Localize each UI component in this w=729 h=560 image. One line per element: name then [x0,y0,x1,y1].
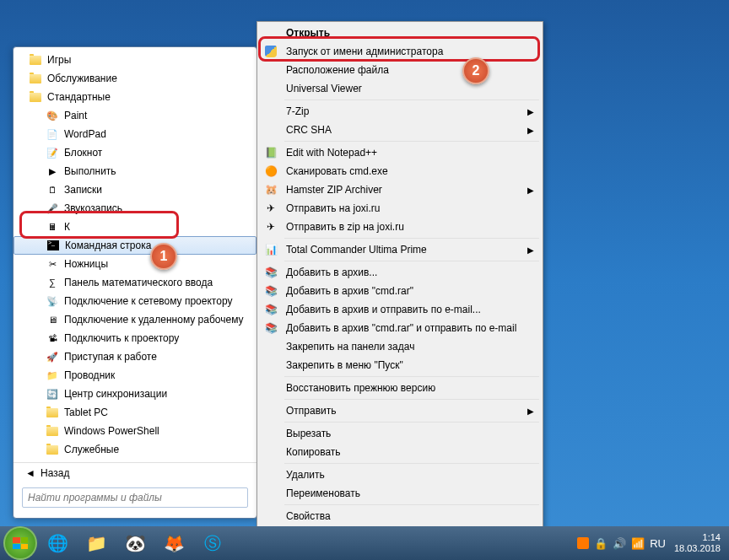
context-menu-item[interactable]: 📚Добавить в архив "cmd.rar" и отправить … [259,319,541,337]
context-menu-item[interactable]: 📚Добавить в архив... [259,263,541,282]
context-menu-item[interactable]: Копировать [259,443,541,461]
context-menu-item[interactable]: ✈Отправить в zip на joxi.ru [259,218,541,236]
context-separator [284,141,539,142]
taskbar-app-panda[interactable]: 🐼 [116,528,154,558]
context-item-label: Universal Viewer [286,83,362,94]
context-menu-item[interactable]: Переименовать [259,484,541,503]
context-menu-item[interactable]: 🟠Сканировать cmd.exe [259,162,541,180]
blank-icon [261,121,281,138]
taskbar-app-ie[interactable]: 🌐 [39,528,76,558]
context-item-label: Свойства [286,510,331,522]
folder-icon [46,424,59,438]
start-menu-item[interactable]: 📄WordPad [14,125,256,143]
start-icon: 🚀 [46,350,59,363]
context-menu-item[interactable]: Отправить▶ [259,401,541,420]
start-menu-item[interactable]: 📝Блокнот [14,143,256,162]
context-menu-item[interactable]: 📚Добавить в архив "cmd.rar" [259,282,541,300]
clock-date: 18.03.2018 [674,543,721,554]
start-menu-item[interactable]: Обслуживание [14,69,256,88]
context-item-label: Копировать [286,446,341,458]
start-menu-item[interactable]: 🎨Paint [14,106,256,125]
start-button[interactable] [3,526,37,560]
context-menu-item[interactable]: Свойства [259,507,541,525]
folder-icon [46,406,59,419]
context-menu-item[interactable]: Закрепить в меню "Пуск" [259,356,541,374]
tray-network-icon[interactable]: 📶 [631,537,645,550]
start-menu-item[interactable]: 📁Проводник [14,366,256,385]
start-menu-item[interactable]: ▶Выполнить [14,162,256,180]
blank-icon [261,80,281,97]
context-menu-item[interactable]: Удалить [259,466,541,484]
context-item-label: CRC SHA [286,124,332,136]
context-menu-item[interactable]: CRC SHA▶ [259,121,541,139]
back-label: Назад [40,467,69,479]
context-menu-item[interactable]: Расположение файла [259,61,541,79]
taskbar-clock[interactable]: 1:14 18.03.2018 [674,532,726,554]
start-menu-item[interactable]: 🔄Центр синхронизации [14,385,256,403]
clock-time: 1:14 [674,532,721,543]
start-menu-item[interactable]: 🖩К [14,218,256,236]
context-item-label: Edit with Notepad++ [286,147,377,159]
context-menu-item[interactable]: 📚Добавить в архив и отправить по e-mail.… [259,300,541,319]
taskbar-right: 🔒 🔊 📶 RU 1:14 18.03.2018 [577,532,726,554]
start-menu-item[interactable]: 🎤Звукозапись [14,199,256,218]
math-icon: ∑ [46,276,59,289]
windows-logo-icon [13,537,28,549]
start-menu-item[interactable]: ✂Ножницы [14,255,256,273]
start-menu-item[interactable]: 🗒Записки [14,180,256,199]
start-menu-item[interactable]: 📡Подключение к сетевому проектору [14,292,256,310]
start-menu-item[interactable]: Игры [14,51,256,69]
context-menu-item[interactable]: ✈Отправить на joxi.ru [259,199,541,218]
tray-shield-icon[interactable]: 🔒 [594,537,608,550]
badge-2: 2 [462,57,489,84]
blank-icon [261,508,281,525]
context-separator [284,261,539,261]
context-item-label: Добавить в архив "cmd.rar" и отправить п… [286,322,516,334]
start-menu-item[interactable]: Windows PowerShell [14,422,256,440]
taskbar-app-firefox[interactable]: 🦊 [155,528,192,558]
context-menu-item[interactable]: Закрепить на панели задач [259,337,541,356]
start-menu-item[interactable]: Служебные [14,440,256,459]
context-item-label: Сканировать cmd.exe [286,165,388,177]
context-menu-item[interactable]: Восстановить прежнюю версию [259,379,541,397]
context-menu-item[interactable]: Запуск от имени администратора [259,42,541,61]
context-item-label: Удалить [286,469,325,481]
context-menu-item[interactable]: 📗Edit with Notepad++ [259,143,541,162]
start-menu-item[interactable]: 🚀Приступая к работе [14,347,256,366]
search-input[interactable] [22,487,248,508]
taskbar-app-skype[interactable]: Ⓢ [194,528,231,558]
start-menu-item[interactable]: Стандартные [14,88,256,106]
context-item-label: Расположение файла [286,64,389,76]
context-menu-item[interactable]: Открыть [259,24,541,42]
start-menu-item[interactable]: Tablet PC [14,403,256,422]
tray-lang[interactable]: RU [650,537,666,550]
context-menu-item[interactable]: 7-Zip▶ [259,102,541,121]
blank-icon [261,402,281,419]
notepad-icon: 📝 [46,146,59,159]
blank-icon [261,103,281,120]
tray-volume-icon[interactable]: 🔊 [613,537,626,550]
start-menu-item[interactable]: Командная строка [14,236,256,255]
back-button[interactable]: ◄ Назад [14,462,256,482]
start-menu-item[interactable]: 🖥Подключение к удаленному рабочему [14,310,256,329]
system-tray[interactable]: 🔒 🔊 📶 RU [577,537,666,550]
context-item-label: Total Commander Ultima Prime [286,244,427,256]
context-item-label: Переименовать [286,487,360,499]
start-menu-item[interactable]: 📽Подключить к проектору [14,329,256,347]
start-menu-item[interactable]: ∑Панель математического ввода [14,273,256,292]
taskbar-left: 🌐 📁 🐼 🦊 Ⓢ [3,526,231,560]
menu-item-label: Записки [64,184,102,196]
context-item-label: Отправить на joxi.ru [286,202,380,214]
blank-icon [261,357,281,374]
menu-item-label: Стандартные [47,91,111,103]
tray-avast-icon[interactable] [577,537,589,549]
rar-icon: 📚 [261,301,281,318]
taskbar-app-explorer[interactable]: 📁 [78,528,115,558]
context-menu-item[interactable]: 🐹Hamster ZIP Archiver▶ [259,180,541,199]
context-menu-item[interactable]: Вырезать [259,424,541,443]
context-menu-item[interactable]: 📊Total Commander Ultima Prime▶ [259,240,541,259]
context-separator [284,100,539,100]
context-menu-item[interactable]: Universal Viewer [259,79,541,98]
proj-icon: 📽 [46,331,59,345]
rar-icon: 📚 [261,320,281,337]
